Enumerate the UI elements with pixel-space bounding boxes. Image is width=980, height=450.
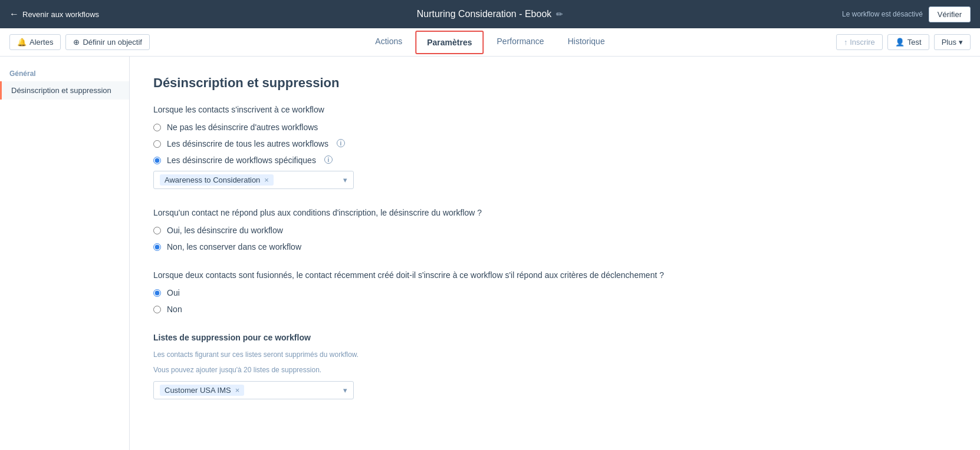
alert-label: Alertes [29,38,53,47]
section3-question: Lorsque deux contacts sont fusionnés, le… [153,270,684,280]
section4-title: Listes de suppression pour ce workflow [153,333,956,342]
suppression-dropdown-arrow-icon: ▾ [343,386,347,395]
section-conditions: Lorsqu'un contact ne répond plus aux con… [153,208,956,252]
workflow-status: Le workflow est désactivé [842,10,923,18]
inscrire-icon: ↑ [844,38,848,47]
suppression-tag-label: Customer USA IMS [165,386,231,395]
secondnav-right: ↑ Inscrire 👤 Test Plus ▾ [836,34,971,50]
objective-label: Définir un objectif [83,38,142,47]
radio-no-keep[interactable] [153,243,161,251]
info-icon-specific-unsub[interactable]: i [324,155,333,164]
radio-all-unsub[interactable] [153,140,161,148]
radio-item-no-unsub: Ne pas les désinscrire d'autres workflow… [153,123,956,132]
radio-group-1: Ne pas les désinscrire d'autres workflow… [153,123,956,165]
radio-item-no-keep: Non, les conserver dans ce workflow [153,242,956,252]
radio-no-unsub[interactable] [153,124,161,131]
objective-button[interactable]: ⊕ Définir un objectif [65,34,149,50]
radio-label-no-keep: Non, les conserver dans ce workflow [167,242,301,252]
section-suppression: Listes de suppression pour ce workflow L… [153,333,956,399]
topbar-title: Nurturing Consideration - Ebook ✏ [417,9,564,19]
tab-historique[interactable]: Historique [556,29,617,55]
suppression-tag-remove[interactable]: × [235,386,240,395]
radio-group-2: Oui, les désinscrire du workflow Non, le… [153,226,956,252]
section2-question: Lorsqu'un contact ne répond plus aux con… [153,208,684,217]
radio-oui[interactable] [153,289,161,297]
inscrire-button[interactable]: ↑ Inscrire [836,34,883,50]
tab-performance[interactable]: Performance [485,29,556,55]
back-label: Revenir aux workflows [22,10,99,19]
radio-group-3: Oui Non [153,288,956,314]
radio-item-specific-unsub: Les désinscrire de workflows spécifiques… [153,155,956,165]
section-merge: Lorsque deux contacts sont fusionnés, le… [153,270,956,314]
secondnav: 🔔 Alertes ⊕ Définir un objectif Actions … [0,28,980,57]
dropdown-arrow-icon: ▾ [343,176,347,184]
suppression-tag: Customer USA IMS × [160,385,244,396]
edit-icon[interactable]: ✏ [556,9,563,19]
radio-label-no-unsub: Ne pas les désinscrire d'autres workflow… [167,123,318,132]
radio-non[interactable] [153,306,161,313]
radio-item-yes-unsub: Oui, les désinscrire du workflow [153,226,956,235]
radio-label-yes-unsub: Oui, les désinscrire du workflow [167,226,283,235]
radio-yes-unsub[interactable] [153,227,161,234]
chevron-down-icon: ▾ [959,38,963,47]
radio-label-specific-unsub: Les désinscrire de workflows spécifiques [167,155,316,165]
alert-button[interactable]: 🔔 Alertes [9,34,61,50]
sidebar-group-label: Général [0,66,129,81]
workflow-title: Nurturing Consideration - Ebook [417,9,552,19]
radio-item-all-unsub: Les désinscrire de tous les autres workf… [153,139,956,148]
suppression-tag-dropdown[interactable]: Customer USA IMS × ▾ [153,381,354,399]
radio-label-all-unsub: Les désinscrire de tous les autres workf… [167,139,328,148]
sidebar-item-desinscription[interactable]: Désinscription et suppression [0,81,129,100]
main-layout: Général Désinscription et suppression Dé… [0,57,980,450]
info-icon-all-unsub[interactable]: i [337,139,345,147]
section4-desc1: Les contacts figurant sur ces listes ser… [153,350,956,359]
bell-icon: 🔔 [17,38,27,47]
section-enrollment: Lorsque les contacts s'inscrivent à ce w… [153,105,956,189]
workflow-tag-label: Awareness to Consideration [165,176,260,184]
test-button[interactable]: 👤 Test [887,34,929,50]
verify-button[interactable]: Vérifier [929,6,971,22]
topbar: ← Revenir aux workflows Nurturing Consid… [0,0,980,28]
radio-specific-unsub[interactable] [153,157,161,164]
section1-label: Lorsque les contacts s'inscrivent à ce w… [153,105,956,114]
target-icon: ⊕ [73,38,80,47]
radio-label-non: Non [167,305,182,314]
tab-actions[interactable]: Actions [363,29,414,55]
workflow-tag-dropdown[interactable]: Awareness to Consideration × ▾ [153,171,354,189]
radio-label-oui: Oui [167,288,180,297]
radio-item-oui: Oui [153,288,956,297]
workflow-tag-remove[interactable]: × [264,176,269,184]
radio-item-non: Non [153,305,956,314]
workflow-tag: Awareness to Consideration × [160,174,274,186]
user-icon: 👤 [895,38,905,47]
page-title: Désinscription et suppression [153,75,956,91]
tab-parametres[interactable]: Paramètres [415,31,484,54]
back-link[interactable]: ← Revenir aux workflows [9,9,99,19]
topbar-right: Le workflow est désactivé Vérifier [842,6,971,22]
content: Désinscription et suppression Lorsque le… [130,57,980,450]
section4-desc2: Vous pouvez ajouter jusqu'à 20 listes de… [153,366,956,374]
tabs-center: Actions Paramètres Performance Historiqu… [363,28,616,57]
back-arrow-icon: ← [9,9,19,19]
secondnav-left: 🔔 Alertes ⊕ Définir un objectif [9,34,150,50]
sidebar: Général Désinscription et suppression [0,57,130,450]
plus-button[interactable]: Plus ▾ [934,34,971,50]
